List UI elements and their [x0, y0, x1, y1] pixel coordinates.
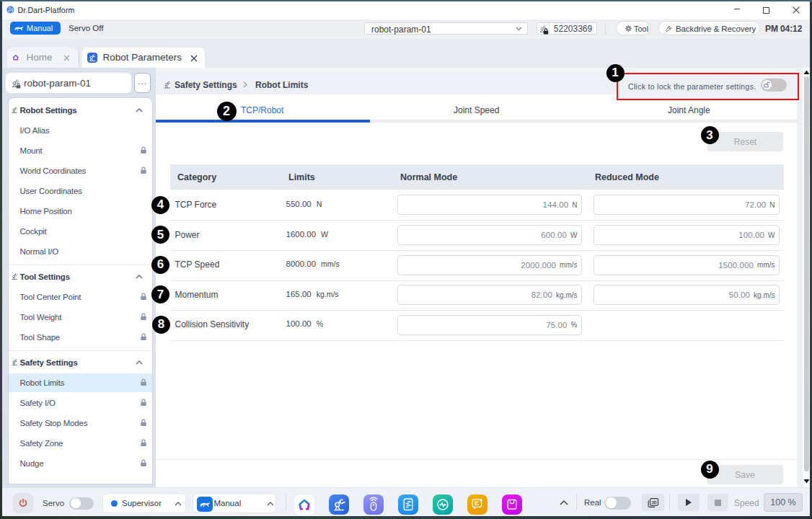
- svg-text:3D: 3D: [651, 500, 656, 504]
